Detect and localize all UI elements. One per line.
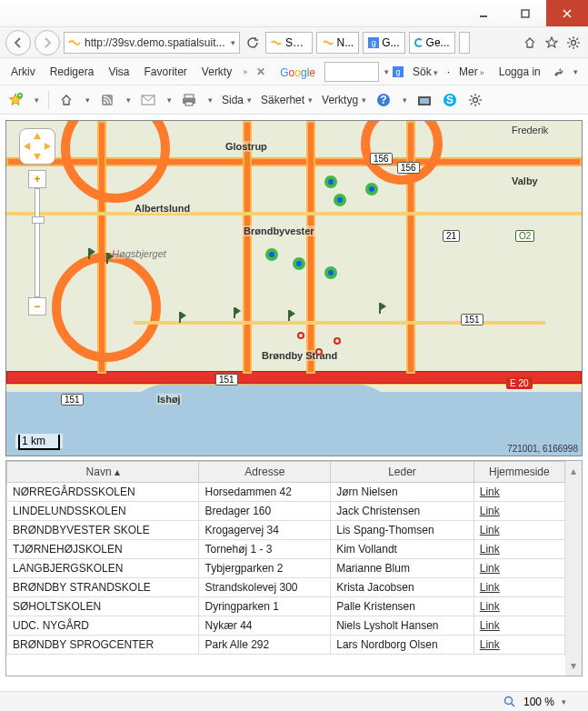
flag-icon	[288, 310, 290, 321]
map-marker[interactable]	[265, 248, 278, 261]
svg-line-9	[569, 38, 571, 40]
sida-menu[interactable]: Sida▾	[222, 94, 252, 106]
back-button[interactable]	[5, 30, 31, 55]
map-view[interactable]: Glostrup Albertslund Brøndbyvester Brønd…	[5, 120, 583, 456]
tab-2[interactable]: gG...	[363, 32, 404, 54]
svg-line-11	[569, 45, 571, 47]
zoom-out-button[interactable]: −	[28, 297, 46, 315]
scroll-down-icon[interactable]: ▾	[571, 659, 576, 672]
col-leder[interactable]: Leder	[331, 462, 474, 483]
cell-link[interactable]: Link	[473, 578, 564, 597]
mail-icon[interactable]	[140, 92, 156, 108]
map-marker-red[interactable]	[334, 337, 341, 345]
map-marker-red[interactable]	[297, 332, 304, 339]
map-marker-red[interactable]	[315, 348, 323, 356]
refresh-button[interactable]	[244, 34, 262, 52]
map-marker[interactable]	[293, 257, 305, 270]
map-label-albertslund: Albertslund	[134, 203, 191, 214]
cell-link[interactable]: Link	[473, 502, 564, 521]
table-row[interactable]: UDC. NYGÅRDNykær 44Niels Lysholt HansenL…	[7, 616, 565, 636]
favorites-star-icon[interactable]	[543, 34, 561, 52]
table-row[interactable]: BRØNDBY STRANDSKOLEStrandskolevej 300Kri…	[7, 578, 565, 597]
cell-link[interactable]: Link	[473, 616, 564, 636]
cell-link[interactable]: Link	[473, 540, 564, 559]
skype-icon[interactable]: S	[442, 92, 458, 108]
scroll-up-icon[interactable]: ▴	[571, 465, 576, 477]
cell-link[interactable]: Link	[473, 559, 564, 578]
map-marker[interactable]	[334, 194, 346, 206]
cell-link[interactable]: Link	[473, 597, 564, 616]
table-row[interactable]: BRØNDBY SPROGCENTERPark Alle 292Lars Nor…	[7, 636, 565, 655]
svg-line-35	[471, 103, 473, 105]
table-scrollbar[interactable]: ▴ ▾	[565, 461, 582, 676]
wrench-icon[interactable]	[550, 63, 568, 81]
table-row[interactable]: LANGBJERGSKOLENTybjergparken 2Marianne B…	[7, 559, 565, 578]
google-search-input[interactable]	[324, 62, 379, 82]
cell-link[interactable]: Link	[473, 483, 564, 502]
pan-control[interactable]	[19, 128, 55, 165]
settings-gear-icon[interactable]	[564, 34, 583, 52]
nav-bar: http://39sv.demo.spatialsuit... ▾ Sp... …	[0, 27, 588, 58]
cell-leder: Marianne Blum	[331, 559, 474, 578]
gear-icon[interactable]	[467, 92, 483, 108]
zoom-in-button[interactable]: +	[28, 170, 46, 188]
flag-icon	[106, 253, 108, 264]
cell-leder: Lis Spang-Thomsen	[331, 521, 474, 540]
col-hjem[interactable]: Hjemmeside	[473, 462, 564, 483]
tab-1[interactable]: N...	[316, 32, 360, 54]
zoom-control[interactable]: + −	[28, 170, 46, 315]
cell-link[interactable]: Link	[473, 521, 564, 540]
table-row[interactable]: SØHOLTSKOLENDyringparken 1Palle Kristens…	[7, 597, 565, 616]
cell-navn: NØRREGÅRDSSKOLEN	[7, 483, 199, 502]
print-icon[interactable]	[181, 92, 197, 108]
screenshot-icon[interactable]	[416, 92, 433, 108]
cell-adresse: Strandskolevej 300	[199, 578, 331, 597]
table-row[interactable]: LINDELUNDSSKOLENBredager 160Jack Christe…	[7, 502, 565, 521]
table-row[interactable]: BRØNDBYVESTER SKOLEKrogagervej 34Lis Spa…	[7, 521, 565, 540]
cell-adresse: Tybjergparken 2	[199, 559, 331, 578]
logga-in-button[interactable]: Logga in	[493, 62, 546, 82]
minimize-button[interactable]	[463, 0, 504, 26]
menu-visa[interactable]: Visa	[103, 62, 135, 82]
menu-verktyg[interactable]: Verkty	[196, 62, 237, 82]
address-bar[interactable]: http://39sv.demo.spatialsuit... ▾	[64, 32, 240, 54]
mer-button[interactable]: Mer»	[453, 62, 490, 82]
tab-0[interactable]: Sp...	[265, 32, 313, 54]
forward-button[interactable]	[35, 30, 60, 55]
new-tab-button[interactable]	[459, 32, 470, 54]
table-row[interactable]: TJØRNEHØJSKOLENTornehøj 1 - 3Kim Volland…	[7, 540, 565, 559]
zoom-icon[interactable]	[502, 694, 518, 710]
map-label-ishoj: Ishøj	[156, 394, 182, 405]
help-icon[interactable]: ?	[375, 92, 392, 108]
close-tab-x[interactable]: ✕	[251, 62, 271, 82]
cell-leder: Niels Lysholt Hansen	[331, 616, 474, 636]
table-row[interactable]: NØRREGÅRDSSKOLENHorsedammen 42Jørn Niels…	[7, 483, 565, 502]
map-marker[interactable]	[324, 266, 337, 279]
col-adresse[interactable]: Adresse	[199, 462, 331, 483]
menu-favoriter[interactable]: Favoriter	[139, 62, 193, 82]
cell-link[interactable]: Link	[473, 636, 564, 655]
menu-overflow-icon[interactable]: »	[243, 67, 247, 76]
feeds-icon[interactable]	[99, 92, 115, 108]
tab-3[interactable]: Ge...	[409, 32, 455, 54]
map-marker[interactable]	[365, 183, 378, 195]
verktyg-menu[interactable]: Verktyg▾	[322, 94, 366, 106]
menu-arkiv[interactable]: Arkiv	[5, 62, 41, 82]
url-dropdown-icon[interactable]: ▾	[231, 38, 235, 47]
page-icon	[68, 36, 81, 49]
zoom-dropdown-icon[interactable]: ▾	[562, 697, 566, 706]
maximize-button[interactable]	[504, 0, 546, 26]
home-icon[interactable]	[521, 34, 539, 52]
close-button[interactable]	[546, 0, 588, 26]
home-icon[interactable]	[58, 92, 75, 108]
menu-redigera[interactable]: Redigera	[45, 62, 100, 82]
add-favorite-icon[interactable]	[7, 92, 24, 108]
zoom-thumb[interactable]	[32, 216, 45, 224]
sakerhet-menu[interactable]: Säkerhet▾	[261, 94, 313, 106]
sok-button[interactable]: Sök▾	[407, 62, 443, 82]
zoom-track[interactable]	[35, 188, 40, 297]
map-marker[interactable]	[324, 175, 337, 188]
map-label-brondbystrand: Brøndby Strand	[261, 350, 338, 361]
search-dropdown-icon[interactable]: ▾	[384, 67, 389, 76]
col-navn[interactable]: Navn ▴	[7, 462, 199, 483]
